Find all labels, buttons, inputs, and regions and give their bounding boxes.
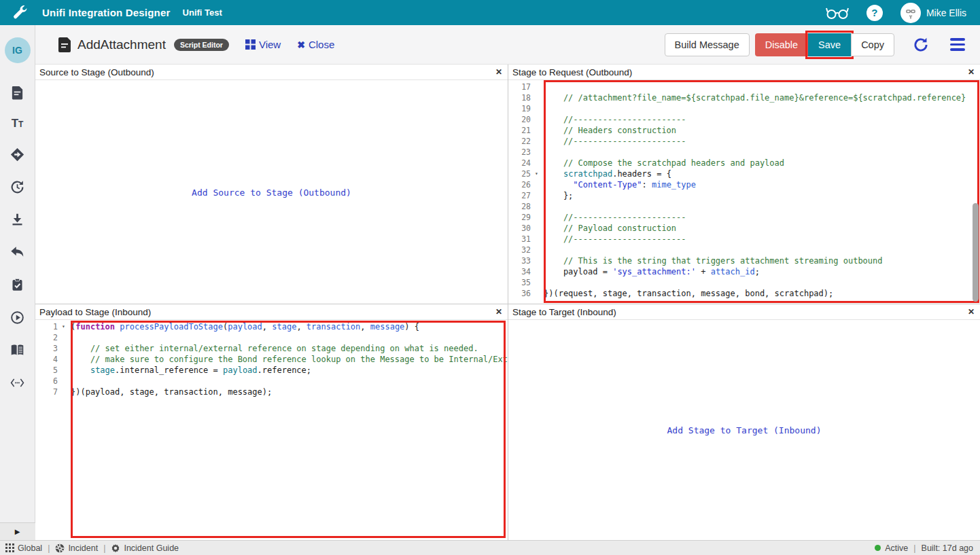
active-status-dot: [875, 545, 881, 551]
add-source-to-stage-link[interactable]: Add Source to Stage (Outbound): [35, 187, 508, 197]
panel-stage-to-target: Stage to Target (Inbound) ✕ Add Stage to…: [508, 304, 980, 540]
copy-button[interactable]: Copy: [851, 33, 894, 56]
panel-title: Source to Stage (Outbound): [39, 67, 495, 77]
separator: |: [103, 543, 105, 553]
menu-icon[interactable]: [950, 38, 965, 51]
user-avatar[interactable]: [900, 3, 921, 23]
preview-glasses-icon[interactable]: [826, 5, 849, 20]
panel-close-icon[interactable]: ✕: [495, 307, 502, 317]
refresh-icon[interactable]: [912, 36, 930, 54]
gear-icon: [111, 543, 120, 553]
page-title: AddAttachment: [77, 37, 166, 52]
code-lines[interactable]: // /attachment?file_name=${scratchpad.fi…: [544, 80, 980, 304]
panel-grid: Source to Stage (Outbound) ✕ Add Source …: [35, 65, 980, 540]
code-editor-stage-request: 171819202122232425▾262728293031323334353…: [508, 80, 980, 304]
environment-name: Unifi Test: [183, 7, 222, 18]
scrollbar-thumb[interactable]: [973, 203, 979, 302]
separator: |: [913, 543, 915, 553]
built-ago-label: Built: 17d ago: [922, 543, 973, 553]
process-selector[interactable]: Incident: [55, 543, 98, 553]
panel-title: Stage to Request (Outbound): [512, 67, 968, 77]
active-status-label: Active: [885, 543, 908, 553]
build-message-button[interactable]: Build Message: [665, 33, 750, 56]
close-button[interactable]: ✖ Close: [297, 39, 334, 50]
undo-icon[interactable]: [10, 245, 25, 259]
view-button[interactable]: View: [245, 39, 281, 50]
run-icon[interactable]: [10, 310, 25, 325]
panel-title: Stage to Target (Inbound): [512, 307, 968, 317]
top-app-bar: Unifi Integration Designer Unifi Test ? …: [0, 0, 980, 25]
document-toolbar: AddAttachment Script Editor View ✖ Close…: [0, 25, 980, 65]
process-icon: [55, 543, 65, 553]
script-icon[interactable]: [10, 85, 25, 100]
wrench-icon[interactable]: [11, 4, 29, 22]
app-title: Unifi Integration Designer: [42, 7, 171, 18]
grid-view-icon: [245, 39, 256, 50]
panel-source-to-stage: Source to Stage (Outbound) ✕ Add Source …: [35, 65, 508, 304]
code-icon[interactable]: [10, 375, 25, 390]
panel-payload-to-stage: Payload to Stage (Inbound) ✕ 1▾234567 (f…: [35, 304, 508, 540]
text-icon[interactable]: TT: [12, 118, 24, 129]
separator: |: [48, 543, 50, 553]
script-document-icon: [58, 37, 72, 52]
code-editor-payload-stage: 1▾234567 (function processPayloadToStage…: [35, 320, 508, 540]
scrollbar-track[interactable]: [972, 80, 979, 304]
integration-avatar[interactable]: IG: [5, 37, 31, 63]
panel-close-icon[interactable]: ✕: [968, 67, 975, 77]
grid-dots-icon: [5, 543, 14, 552]
panel-close-icon[interactable]: ✕: [968, 307, 975, 317]
script-editor-badge: Script Editor: [174, 39, 229, 51]
add-stage-to-target-link[interactable]: Add Stage to Target (Inbound): [508, 425, 980, 435]
close-x-icon: ✖: [297, 39, 305, 50]
help-icon[interactable]: ?: [867, 5, 883, 21]
download-icon[interactable]: [10, 212, 25, 227]
history-icon[interactable]: [10, 179, 25, 194]
panel-title: Payload to Stage (Inbound): [39, 307, 495, 317]
docs-icon[interactable]: [10, 342, 25, 357]
integration-selector[interactable]: Incident Guide: [111, 543, 179, 553]
gutter: 1▾234567: [35, 320, 71, 540]
left-sidebar: IG TT ▶: [0, 25, 35, 540]
tasks-icon[interactable]: [10, 277, 25, 292]
panel-stage-to-request: Stage to Request (Outbound) ✕ 1718192021…: [508, 65, 980, 304]
code-lines[interactable]: (function processPayloadToStage(payload,…: [71, 320, 508, 540]
user-name[interactable]: Mike Ellis: [926, 7, 966, 18]
sidebar-collapse-toggle[interactable]: ▶: [0, 522, 35, 540]
flow-icon[interactable]: [10, 147, 25, 162]
status-bar: Global | Incident | Incident Guide Activ…: [0, 540, 980, 555]
scope-selector[interactable]: Global: [5, 543, 42, 553]
save-button[interactable]: Save: [808, 33, 851, 56]
gutter: 171819202122232425▾262728293031323334353…: [508, 80, 544, 304]
panel-close-icon[interactable]: ✕: [495, 67, 502, 77]
disable-button[interactable]: Disable: [755, 33, 808, 56]
